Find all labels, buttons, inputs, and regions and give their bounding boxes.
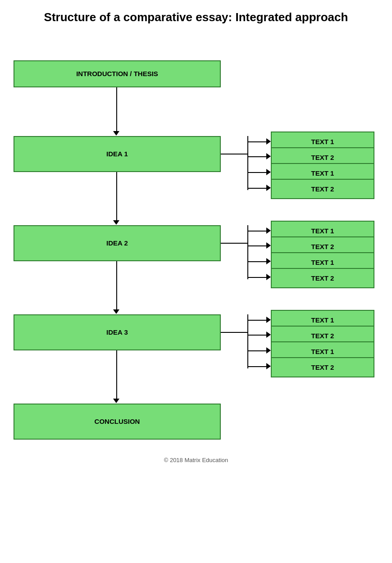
h-main-idea1: [221, 154, 248, 154]
arrow-r-idea1-t1: [266, 138, 271, 145]
arrow-r-idea1-t4: [266, 185, 271, 191]
arrow-r-idea2-t1: [266, 227, 271, 234]
h-main-idea2: [221, 243, 248, 244]
arrow-r-idea3-t3: [266, 347, 271, 354]
idea2-text2-bot: TEXT 2: [271, 268, 374, 288]
v-line-intro-idea1: [116, 87, 117, 132]
arrow-r-idea1-t3: [266, 169, 271, 175]
arrow-down-4: [113, 399, 119, 403]
arrow-r-idea2-t3: [266, 258, 271, 264]
arrow-r-idea3-t1: [266, 317, 271, 323]
diagram: INTRODUCTION / THESIS IDEA 1 TEXT 1 TEXT…: [0, 33, 392, 60]
arrow-down-2: [113, 220, 119, 225]
h-main-idea3: [221, 332, 248, 333]
v-branch-idea1: [247, 136, 248, 190]
arrow-r-idea2-t4: [266, 274, 271, 280]
intro-box: INTRODUCTION / THESIS: [14, 60, 221, 87]
conclusion-box: CONCLUSION: [14, 404, 221, 440]
idea2-box: IDEA 2: [14, 225, 221, 261]
v-line-idea1-idea2: [116, 172, 117, 222]
arrow-r-idea1-t2: [266, 153, 271, 159]
v-line-idea2-idea3: [116, 261, 117, 311]
v-branch-idea2: [247, 225, 248, 279]
arrow-down-1: [113, 131, 119, 136]
v-line-idea3-conclusion: [116, 350, 117, 400]
arrow-down-3: [113, 309, 119, 314]
arrow-r-idea3-t2: [266, 331, 271, 338]
arrow-r-idea3-t4: [266, 363, 271, 369]
v-branch-idea3: [247, 314, 248, 368]
idea1-box: IDEA 1: [14, 136, 221, 172]
arrow-r-idea2-t2: [266, 242, 271, 249]
idea3-text2-bot: TEXT 2: [271, 357, 374, 377]
page-title: Structure of a comparative essay: Integr…: [0, 0, 392, 33]
idea3-box: IDEA 3: [14, 314, 221, 350]
idea1-text2-bot: TEXT 2: [271, 179, 374, 199]
